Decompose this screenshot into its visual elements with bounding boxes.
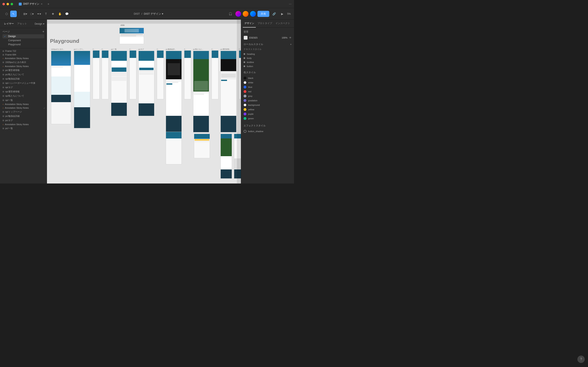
color-style-green[interactable]: green (243, 116, 292, 121)
color-style-background[interactable]: background (243, 103, 292, 107)
right-panel-tabs: デザイン プロトタイプ インスペクト (241, 20, 294, 28)
canvas-frame-pc-study: pc/勉強会詳... (166, 48, 182, 132)
background-section-title: 背景 (243, 30, 292, 34)
add-page-button[interactable]: + (43, 30, 44, 33)
layer-frame684[interactable]: ⊞ Frame 684 (0, 53, 47, 57)
canvas[interactable]: Playground slide 1920pxのときの... (47, 20, 241, 184)
inspect-tab[interactable]: インスペクト (274, 20, 292, 27)
close-button[interactable] (2, 3, 5, 5)
prototype-tab[interactable]: プロトタイプ (256, 20, 274, 27)
color-swatch-white (243, 81, 246, 84)
project-name[interactable]: DIST (134, 12, 140, 15)
frame-icon: ⊞ (2, 50, 4, 52)
color-style-yellow[interactable]: yellow (243, 107, 292, 112)
active-tab[interactable]: DIST デザイン ✕ (16, 1, 45, 7)
color-styles-title: 色スタイル (243, 71, 292, 74)
layer-frame722[interactable]: ⊞ Frame 722 (0, 49, 47, 53)
layer-sp-tag[interactable]: ⊞ sp/タグ (0, 85, 47, 90)
hand-tool-btn[interactable]: ✋ (57, 11, 63, 17)
tab-close-icon[interactable]: ✕ (41, 3, 43, 5)
layer-sp-study[interactable]: ⊞ sp/勉強会詳細 (0, 77, 47, 81)
text-style-heading[interactable]: heading (243, 52, 292, 56)
text-style-dot (243, 53, 245, 55)
breadcrumb-chevron-icon: ▾ (162, 12, 163, 15)
background-color-swatch[interactable] (243, 36, 248, 40)
component-tool-btn[interactable]: ❖ (50, 11, 56, 17)
layer-1920px[interactable]: ⊞ 1920pxのときの表示 (0, 60, 47, 64)
color-swatch-green (243, 117, 246, 120)
color-style-white[interactable]: white (243, 80, 292, 85)
design-tab[interactable]: デザイン (243, 20, 256, 27)
frame-label-pc-top: pc/トップベ... (74, 48, 90, 50)
breadcrumb: DIST / DIST デザイン ▾ (72, 12, 226, 16)
shape-tool-btn[interactable]: □▾ (29, 11, 35, 17)
layer-pc-tag[interactable]: ⊞ pc/タグ (0, 118, 47, 123)
visibility-icon[interactable]: 👁 (289, 36, 292, 39)
background-opacity[interactable]: 100% (279, 36, 287, 39)
page-header: ページ + (2, 30, 44, 33)
titlebar-menu-icon[interactable]: ··· (289, 2, 292, 6)
right-panel: デザイン プロトタイプ インスペクト 背景 E5E5E5 100% 👁 ローカル… (241, 20, 294, 184)
effect-icon (243, 130, 246, 133)
pen-tool-btn[interactable]: ✒▾ (36, 11, 42, 17)
layer-pc-ichiran[interactable]: ⊞ pc/一覧 (0, 126, 47, 131)
layer-annotation4[interactable]: ○ Annotation Sticky Notes ↙ (0, 106, 47, 110)
color-styles-section: 色スタイル black white blue red (243, 71, 292, 121)
text-style-button[interactable]: button (243, 64, 292, 68)
text-tool-btn[interactable]: T (43, 11, 49, 17)
color-style-red[interactable]: red (243, 89, 292, 94)
page-item-component[interactable]: Component (2, 38, 44, 42)
page-item-design[interactable]: ✓ Design (2, 34, 44, 38)
page-item-playground[interactable]: Playground (2, 42, 44, 47)
layer-pc-watashitachi[interactable]: ⊞ pc/私たちについて (0, 72, 47, 77)
select-tool-btn[interactable]: ⬡ (3, 11, 10, 17)
new-tab-button[interactable]: + (46, 2, 51, 6)
layer-pc-study2[interactable]: ⊞ pc/勉強会詳細 (0, 114, 47, 118)
effect-button-shadow[interactable]: button_shadow (243, 129, 292, 133)
color-swatch-yellow (243, 108, 246, 111)
zoom-level[interactable]: 5% (287, 12, 291, 15)
canvas-frame-1920px: 1920pxのときの... (51, 48, 71, 124)
headphone-icon[interactable]: 🎧 (227, 11, 234, 17)
frame-icon: ⊞ (2, 54, 4, 56)
layer-tab[interactable]: レイヤー (2, 21, 16, 26)
layer-annotation2[interactable]: ○ Annotation Sticky Notes (0, 64, 47, 68)
panel-tabs: レイヤー アセット Design ▾ (0, 20, 47, 28)
link-icon[interactable]: 🔗 (271, 11, 277, 17)
main-area: レイヤー アセット Design ▾ ページ + ✓ Design Compon… (0, 20, 294, 184)
layer-annotation1[interactable]: ○ Annotation Sticky Notes (0, 57, 47, 60)
layer-sp-ichiran[interactable]: ⊞ sp/一覧 (0, 98, 47, 102)
maximize-button[interactable] (11, 3, 13, 5)
background-color-hex[interactable]: E5E5E5 (249, 36, 278, 39)
background-color-row[interactable]: E5E5E5 100% 👁 (243, 36, 292, 40)
layer-sp-kanri[interactable]: ⊞ sp/運営者情報 (0, 90, 47, 94)
frame-tool-btn[interactable]: ⊞▾ (22, 11, 28, 17)
left-panel: レイヤー アセット Design ▾ ページ + ✓ Design Compon… (0, 20, 47, 184)
color-style-puple[interactable]: puple (243, 112, 292, 116)
layer-annotation5[interactable]: ○ Annotation Sticky Notes (0, 123, 47, 126)
layer-sp-top[interactable]: ⊞ sp/トップページ (0, 110, 47, 114)
layer-annotation3[interactable]: ○ Annotation Sticky Notes (0, 102, 47, 106)
add-style-button[interactable]: + (290, 43, 292, 46)
move-tool-btn[interactable]: ↖ (10, 11, 17, 17)
asset-tab[interactable]: アセット (16, 21, 29, 26)
ruler-right (237, 20, 241, 184)
color-style-gray[interactable]: gray (243, 94, 292, 98)
layer-sp-hamburger[interactable]: ⊞ sp/ハンバーガーメニュー中身 (0, 81, 47, 85)
color-style-gradation[interactable]: gradation (243, 98, 292, 103)
frame-icon: ⊞ (2, 127, 4, 129)
layer-pc-kanri[interactable]: ⊞ pc/運営者情報 (0, 68, 47, 72)
color-style-black[interactable]: black (243, 76, 292, 80)
color-style-blue[interactable]: blue (243, 85, 292, 89)
layer-sp-watashitachi[interactable]: ⊞ sp/私たちについて (0, 94, 47, 98)
share-button[interactable]: 共有 (258, 11, 269, 17)
minimize-button[interactable] (7, 3, 9, 5)
file-name[interactable]: DIST デザイン ▾ (144, 12, 163, 16)
play-icon[interactable]: ▶ (279, 11, 286, 17)
text-style-textline[interactable]: textline (243, 60, 292, 64)
comment-tool-btn[interactable]: 💬 (63, 11, 70, 17)
color-swatch-gradation (243, 99, 246, 102)
text-style-body[interactable]: body (243, 56, 292, 60)
color-swatch-puple (243, 113, 246, 115)
design-mode-selector[interactable]: Design ▾ (35, 22, 44, 25)
